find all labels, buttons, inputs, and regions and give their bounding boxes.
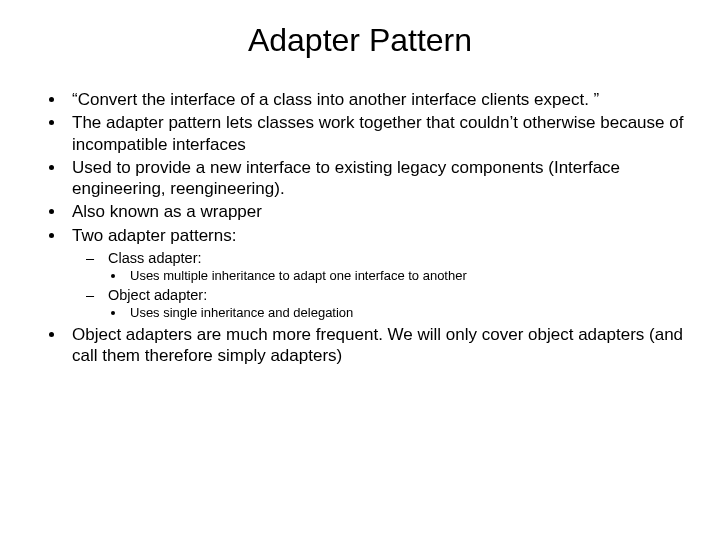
slide-title: Adapter Pattern: [30, 22, 690, 59]
sub-list-item: Class adapter: Uses multiple inheritance…: [90, 249, 690, 284]
list-item: Used to provide a new interface to exist…: [66, 157, 690, 200]
list-item: The adapter pattern lets classes work to…: [66, 112, 690, 155]
list-item-text: Two adapter patterns:: [72, 226, 236, 245]
list-item: “Convert the interface of a class into a…: [66, 89, 690, 110]
list-item: Also known as a wrapper: [66, 201, 690, 222]
list-item: Two adapter patterns: Class adapter: Use…: [66, 225, 690, 322]
sub-list: Class adapter: Uses multiple inheritance…: [72, 249, 690, 322]
sub-list-item-text: Object adapter:: [108, 287, 207, 303]
sub-sub-list: Uses multiple inheritance to adapt one i…: [90, 268, 690, 284]
bullet-list: “Convert the interface of a class into a…: [30, 89, 690, 366]
sub-sub-list-item: Uses multiple inheritance to adapt one i…: [126, 268, 690, 284]
sub-list-item: Object adapter: Uses single inheritance …: [90, 286, 690, 321]
sub-sub-list: Uses single inheritance and delegation: [90, 305, 690, 321]
sub-sub-list-item: Uses single inheritance and delegation: [126, 305, 690, 321]
sub-list-item-text: Class adapter:: [108, 250, 202, 266]
list-item: Object adapters are much more frequent. …: [66, 324, 690, 367]
